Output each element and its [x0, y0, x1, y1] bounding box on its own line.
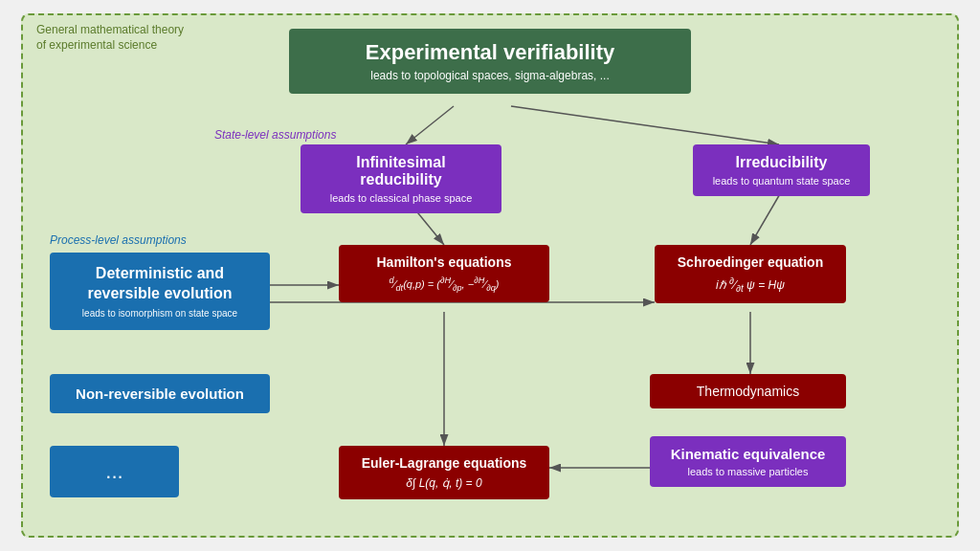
euler-title: Euler-Lagrange equations: [352, 455, 536, 471]
svg-line-2: [406, 106, 454, 144]
svg-line-3: [511, 106, 779, 144]
exp-ver-title: Experimental verifiability: [312, 40, 668, 65]
process-level-label: Process-level assumptions: [50, 233, 187, 247]
inf-red-subtitle: leads to classical phase space: [316, 192, 486, 204]
kinematic-equivalence-box: Kinematic equivalence leads to massive p…: [650, 436, 846, 487]
non-reversible-box: Non-reversible evolution: [50, 374, 270, 413]
thermodynamics-box: Thermodynamics: [650, 374, 846, 408]
euler-equation: δ∫ L(q, q̇, t) = 0: [352, 476, 536, 490]
irr-title: Irreducibility: [708, 154, 855, 171]
ham-equation: d⁄dt(q,p) = (∂H⁄∂p, −∂H⁄∂q): [352, 276, 536, 293]
outer-label: General mathematical theory of experimen…: [36, 23, 184, 53]
irreducibility-box: Irreducibility leads to quantum state sp…: [693, 144, 870, 196]
outer-container: General mathematical theory of experimen…: [21, 13, 959, 538]
state-level-label: State-level assumptions: [214, 128, 336, 142]
hamilton-equations-box: Hamilton's equations d⁄dt(q,p) = (∂H⁄∂p,…: [339, 245, 549, 302]
ellipsis-box: ...: [50, 446, 179, 497]
svg-line-5: [750, 192, 781, 245]
kin-title: Kinematic equivalence: [663, 446, 833, 462]
ellipsis-text: ...: [105, 459, 122, 483]
exp-ver-subtitle: leads to topological spaces, sigma-algeb…: [312, 69, 668, 82]
inf-red-title: Infinitesimal reducibility: [316, 154, 486, 188]
nonrev-title: Non-reversible evolution: [63, 386, 256, 402]
infinitesimal-reducibility-box: Infinitesimal reducibility leads to clas…: [301, 144, 501, 213]
irr-subtitle: leads to quantum state space: [708, 175, 855, 187]
experimental-verifiability-box: Experimental verifiability leads to topo…: [289, 29, 691, 94]
schr-equation: iℏ ∂⁄∂t ψ = Hψ: [668, 276, 833, 294]
euler-lagrange-box: Euler-Lagrange equations δ∫ L(q, q̇, t) …: [339, 446, 549, 499]
det-title: Deterministic and reversible evolution: [63, 264, 256, 304]
thermo-title: Thermodynamics: [669, 384, 827, 399]
ham-title: Hamilton's equations: [352, 254, 536, 270]
det-subtitle: leads to isomorphism on state space: [63, 308, 256, 319]
deterministic-box: Deterministic and reversible evolution l…: [50, 253, 270, 330]
schr-title: Schroedinger equation: [668, 254, 833, 270]
kin-subtitle: leads to massive particles: [663, 466, 833, 477]
schroedinger-equation-box: Schroedinger equation iℏ ∂⁄∂t ψ = Hψ: [655, 245, 846, 303]
